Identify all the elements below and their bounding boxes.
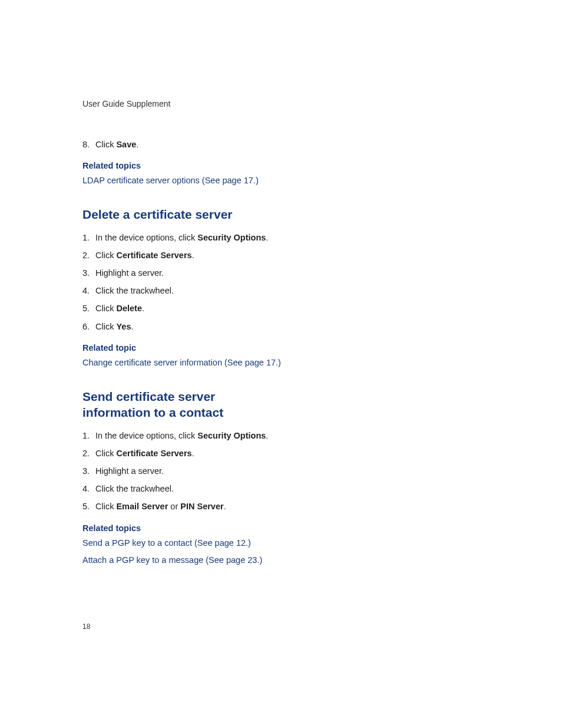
section-heading-1: Delete a certificate server (82, 206, 283, 222)
list-number: 4. (82, 284, 95, 298)
list-text: Highlight a server. (95, 266, 318, 280)
section-1-related-links: Change certificate server information (S… (82, 356, 318, 370)
related-topics-heading: Related topics (82, 523, 318, 533)
list-text: Click Certificate Servers. (95, 249, 318, 262)
related-link[interactable]: Send a PGP key to a contact (See page 12… (82, 536, 318, 550)
list-number: 2. (82, 249, 95, 262)
list-number: 3. (82, 266, 95, 280)
related-link[interactable]: LDAP certificate server options (See pag… (82, 174, 318, 187)
list-number: 1. (82, 429, 95, 443)
list-text: Click the trackwheel. (95, 284, 318, 298)
list-item: 4.Click the trackwheel. (82, 482, 318, 496)
list-number: 8. (82, 138, 95, 151)
list-text: Click the trackwheel. (95, 482, 318, 496)
list-item: 2.Click Certificate Servers. (82, 447, 318, 460)
list-item: 5.Click Email Server or PIN Server. (82, 500, 318, 513)
list-item: 4.Click the trackwheel. (82, 284, 318, 298)
list-number: 6. (82, 320, 95, 334)
list-text: Highlight a server. (95, 465, 318, 478)
list-item: 8. Click Save. (82, 138, 318, 151)
related-topics-heading: Related topics (82, 161, 318, 170)
section-2-related-links: Send a PGP key to a contact (See page 12… (82, 536, 318, 567)
page-header: User Guide Supplement (82, 99, 318, 108)
top-step-list: 8. Click Save. (82, 138, 318, 151)
list-item: 6.Click Yes. (82, 320, 318, 334)
list-item: 3.Highlight a server. (82, 465, 318, 478)
list-item: 2.Click Certificate Servers. (82, 249, 318, 262)
page-number: 18 (82, 622, 90, 631)
related-topic-heading: Related topic (82, 343, 318, 353)
list-number: 2. (82, 447, 95, 460)
list-item: 3.Highlight a server. (82, 266, 318, 280)
list-text: In the device options, click Security Op… (95, 429, 318, 443)
list-number: 5. (82, 500, 95, 513)
list-text: Click Yes. (95, 320, 318, 334)
list-number: 3. (82, 465, 95, 478)
related-link[interactable]: Attach a PGP key to a message (See page … (82, 554, 318, 567)
list-text: Click Certificate Servers. (95, 447, 318, 460)
list-item: 1.In the device options, click Security … (82, 231, 318, 245)
list-number: 5. (82, 302, 95, 315)
list-item: 1.In the device options, click Security … (82, 429, 318, 443)
list-number: 4. (82, 482, 95, 496)
list-text: In the device options, click Security Op… (95, 231, 318, 245)
list-item: 5.Click Delete. (82, 302, 318, 315)
section-1-steps: 1.In the device options, click Security … (82, 231, 318, 334)
list-text: Click Delete. (95, 302, 318, 315)
list-number: 1. (82, 231, 95, 245)
list-text: Click Email Server or PIN Server. (95, 500, 318, 513)
document-page: User Guide Supplement 8. Click Save. Rel… (0, 0, 401, 594)
section-2-steps: 1.In the device options, click Security … (82, 429, 318, 514)
related-link[interactable]: Change certificate server information (S… (82, 356, 318, 370)
list-text: Click Save. (95, 138, 318, 151)
section-heading-2: Send certificate server information to a… (82, 388, 283, 421)
